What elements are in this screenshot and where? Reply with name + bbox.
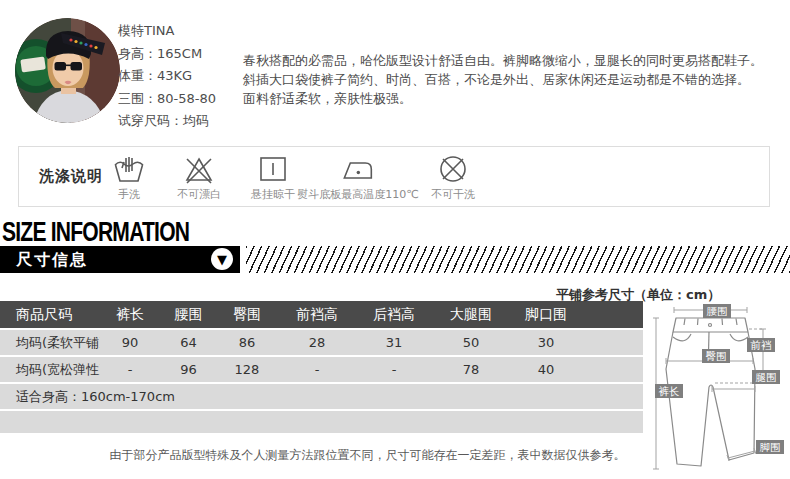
size-table-row-flat: 均码(柔软平铺) 90 64 86 28 31 50 30 [0,330,643,355]
model-photo [15,18,120,123]
diagram-label-length: 裤长 [659,385,680,397]
size-table-row-stretch: 均码(宽松弹性) - 96 128 - - 78 40 [0,357,643,382]
model-photo-illustration [15,18,120,123]
size-table-cell: 28 [277,330,357,355]
wash-item-label: 悬挂晾干 [251,187,295,202]
model-weight: 体重：43KG [118,65,216,88]
model-info: 模特TINA 身高：165CM 体重：43KG 三围：80-58-80 试穿尺码… [118,20,216,133]
diagram-label-waist: 腰围 [707,305,728,317]
size-table-header-cell: 腰围 [160,301,217,328]
size-table-cell: 64 [160,330,217,355]
wash-item-hand-wash: 手洗 [112,152,146,202]
collapse-arrow-icon[interactable]: ▼ [211,248,233,270]
wash-item-hang-dry: 悬挂晾干 [251,152,295,202]
wash-item-label: 不可漂白 [177,187,221,202]
size-table-row-label: 均码(宽松弹性) [0,357,100,382]
hang-dry-icon [256,152,290,186]
description-line: 春秋搭配的必需品，哈伦版型设计舒适自由。裤脚略微缩小，显腿长的同时更易搭配鞋子。 [243,51,783,70]
diagonal-stripes-decoration [246,246,790,273]
description-line: 面料舒适柔软，亲肤性极强。 [243,89,783,108]
wash-item-label: 不可干洗 [431,187,475,202]
size-table-header-cell: 臀围 [217,301,277,328]
no-dry-clean-icon [436,152,470,186]
wash-item-no-dry-clean: 不可干洗 [431,152,475,202]
model-fitting-size: 试穿尺码：均码 [118,110,216,133]
size-table-cell-filler [581,357,643,382]
size-table-row-label: 均码(柔软平铺) [0,330,100,355]
diagram-label-hip: 臀围 [706,350,727,362]
wash-item-label: 手洗 [112,187,146,202]
size-table-cell: 78 [431,357,511,382]
size-table-cell: 50 [431,330,511,355]
size-table-cell: - [100,357,160,382]
model-name: 模特TINA [118,20,216,43]
size-table-cell: 40 [511,357,581,382]
no-bleach-icon [182,152,216,186]
model-height: 身高：165CM [118,43,216,66]
wash-item-label: 熨斗底板最高温度110℃ [297,187,418,202]
description-line: 斜插大口袋使裤子简约、时尚、百搭，不论是外出、居家休闲还是运动都是不错的选择。 [243,70,783,89]
size-table-header-cell: 脚口围 [511,301,581,328]
diagram-label-hem: 脚围 [760,441,781,453]
size-table-cell: 128 [217,357,277,382]
size-table-header-cell: 大腿围 [431,301,511,328]
size-table-cell: 31 [357,330,431,355]
size-table-cell: 90 [100,330,160,355]
size-table-cell: 96 [160,357,217,382]
size-table-cell: 30 [511,330,581,355]
size-table-cell: - [277,357,357,382]
size-table-header-cell: 商品尺码 [0,301,100,328]
wash-item-iron: 熨斗底板最高温度110℃ [297,152,418,202]
size-disclaimer-note: 由于部分产品版型特殊及个人测量方法跟位置不同，尺寸可能存在一定差距，表中数据仅供… [0,447,735,464]
size-info-bar: 尺寸信息 ▼ [0,246,240,273]
hand-wash-icon [112,152,146,186]
size-info-bar-title: 尺寸信息 [16,246,88,273]
size-table-fit-height-row: 适合身高：160cm-170cm [0,384,643,409]
size-table-header-row: 商品尺码 裤长 腰围 臀围 前裆高 后裆高 大腿围 脚口围 [0,301,643,328]
size-table-header-cell: 裤长 [100,301,160,328]
size-table-cell-filler [581,330,643,355]
model-measurements: 三围：80-58-80 [118,88,216,111]
size-table-header-filler [581,301,643,328]
washing-title: 洗涤说明 [39,167,103,186]
washing-instructions-box: 洗涤说明 手洗 不可漂白 悬挂晾干 [18,146,770,207]
size-table-header-cell: 前裆高 [277,301,357,328]
product-description: 春秋搭配的必需品，哈伦版型设计舒适自由。裤脚略微缩小，显腿长的同时更易搭配鞋子。… [243,51,783,108]
size-table-empty-row [0,411,643,433]
size-table: 商品尺码 裤长 腰围 臀围 前裆高 后裆高 大腿围 脚口围 均码(柔软平铺) 9… [0,301,643,435]
wash-item-no-bleach: 不可漂白 [177,152,221,202]
diagram-label-thigh: 腿围 [756,371,777,383]
iron-max-110-icon [341,152,375,186]
size-table-cell: 86 [217,330,277,355]
diagram-label-front-rise: 前裆 [751,339,773,351]
size-table-cell: - [357,357,431,382]
size-information-heading: SIZE INFORMATION [2,217,189,248]
size-table-header-cell: 后裆高 [357,301,431,328]
product-size-info-page: 模特TINA 身高：165CM 体重：43KG 三围：80-58-80 试穿尺码… [0,0,790,479]
